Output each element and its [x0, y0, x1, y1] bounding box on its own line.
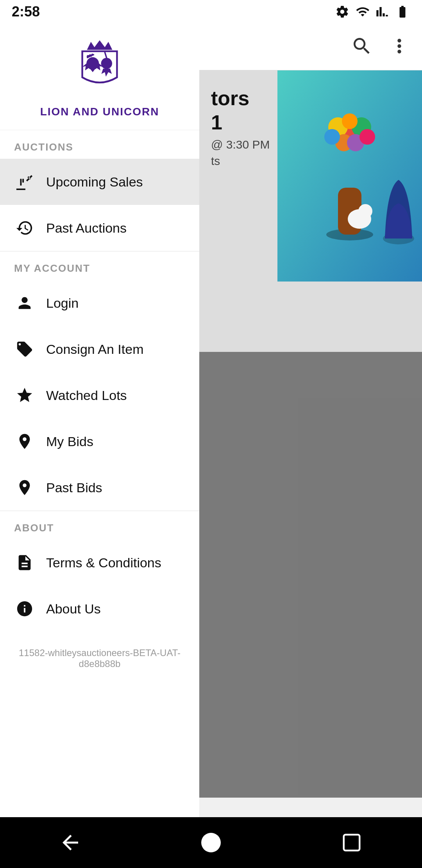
svg-point-6	[324, 129, 340, 145]
location-icon	[14, 477, 35, 498]
login-label: Login	[46, 296, 79, 311]
section-about: ABOUT	[0, 511, 199, 540]
gavel-icon	[14, 171, 35, 192]
menu-item-upcoming-sales[interactable]: Upcoming Sales	[0, 159, 199, 205]
search-button[interactable]	[351, 35, 373, 59]
brand-name: LION AND UNICORN	[40, 106, 159, 118]
home-button[interactable]	[191, 823, 231, 862]
watched-lots-label: Watched Lots	[46, 388, 127, 403]
svg-point-17	[201, 833, 221, 852]
bg-header	[199, 23, 422, 70]
svg-point-7	[359, 129, 375, 145]
bid-icon	[14, 431, 35, 452]
svg-rect-18	[344, 835, 360, 851]
menu-item-my-bids[interactable]: My Bids	[0, 418, 199, 464]
auction-subtitle-partial: 1	[211, 110, 222, 135]
lion-unicorn-logo	[64, 39, 135, 102]
svg-rect-0	[277, 70, 422, 282]
status-time: 2:58	[12, 4, 40, 20]
navigation-drawer: LION AND UNICORN AUCTIONS Upcoming Sales…	[0, 23, 199, 817]
auction-title-partial: tors	[211, 86, 249, 110]
more-options-button[interactable]	[388, 35, 410, 59]
wifi-icon	[356, 5, 370, 19]
menu-item-consign[interactable]: Consign An Item	[0, 326, 199, 372]
svg-line-16	[105, 52, 106, 58]
recent-apps-button[interactable]	[332, 823, 371, 862]
battery-icon	[395, 5, 410, 19]
info-icon	[14, 598, 35, 619]
svg-point-8	[342, 113, 358, 129]
past-bids-label: Past Bids	[46, 480, 102, 495]
my-bids-label: My Bids	[46, 434, 93, 449]
svg-point-15	[101, 58, 112, 69]
terms-label: Terms & Conditions	[46, 555, 161, 570]
signal-icon	[376, 5, 388, 19]
star-icon	[14, 385, 35, 406]
about-us-label: About Us	[46, 601, 101, 617]
logo-area: LION AND UNICORN	[0, 23, 199, 130]
bottom-navigation	[0, 817, 422, 868]
menu-item-past-auctions[interactable]: Past Auctions	[0, 205, 199, 251]
menu-item-past-bids[interactable]: Past Bids	[0, 464, 199, 511]
history-icon	[14, 217, 35, 239]
consign-label: Consign An Item	[46, 342, 143, 357]
auction-time: @ 3:30 PM	[211, 138, 270, 151]
auction-image	[277, 70, 422, 282]
upcoming-sales-label: Upcoming Sales	[46, 174, 143, 190]
menu-item-terms[interactable]: Terms & Conditions	[0, 540, 199, 586]
back-button[interactable]	[51, 823, 90, 862]
menu-item-login[interactable]: Login	[0, 280, 199, 326]
menu-item-watched-lots[interactable]: Watched Lots	[0, 372, 199, 418]
auction-detail: ts	[211, 154, 220, 168]
status-icons	[335, 5, 410, 19]
status-bar: 2:58	[0, 0, 422, 23]
person-icon	[14, 292, 35, 314]
past-auctions-label: Past Auctions	[46, 221, 127, 236]
tag-icon	[14, 339, 35, 360]
version-text: 11582-whitleysauctioneers-BETA-UAT-d8e8b…	[0, 632, 199, 685]
document-icon	[14, 552, 35, 573]
section-my-account: MY ACCOUNT	[0, 251, 199, 280]
svg-point-12	[358, 204, 372, 218]
settings-icon	[335, 5, 349, 19]
menu-item-about-us[interactable]: About Us	[0, 586, 199, 632]
bg-lower-dimmed	[199, 352, 422, 798]
section-auctions: AUCTIONS	[0, 130, 199, 159]
